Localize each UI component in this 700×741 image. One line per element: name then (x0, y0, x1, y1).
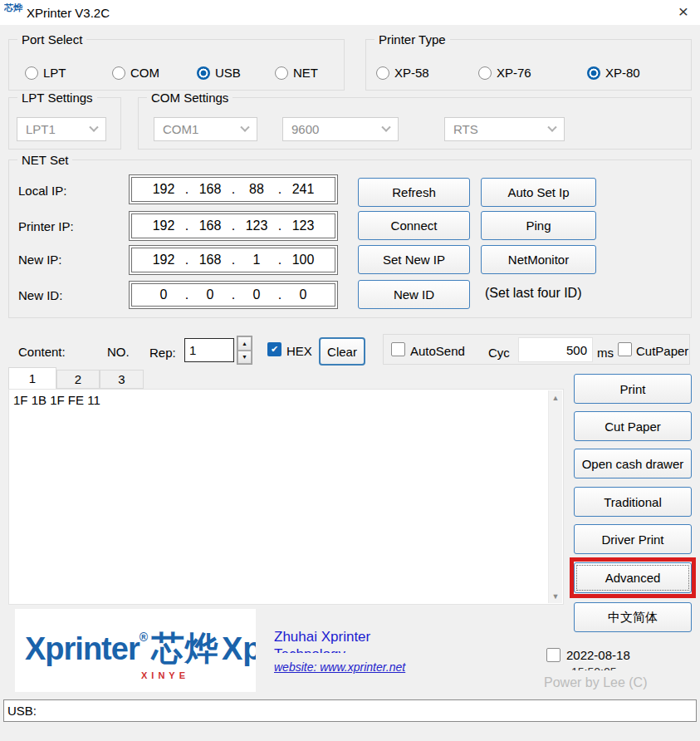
ping-button[interactable]: Ping (481, 211, 596, 240)
chevron-down-icon (381, 122, 390, 131)
spinner-up-icon[interactable]: ▲ (237, 336, 252, 351)
cutpaper-checkbox[interactable] (618, 342, 632, 356)
radio-unselected-icon (112, 66, 125, 80)
local-ip-field[interactable]: 192.168.88.241 (129, 174, 338, 204)
ip-octet[interactable]: 192 (145, 253, 182, 267)
baud-rate-select[interactable]: 9600 (282, 117, 399, 141)
spinner-down-icon[interactable]: ▼ (237, 351, 252, 365)
vertical-scrollbar[interactable]: ▲ ▼ (548, 390, 562, 603)
ip-dot: . (228, 182, 238, 197)
ip-octet[interactable]: 168 (192, 253, 228, 267)
date-checkbox[interactable] (546, 648, 560, 662)
port-select-group: Port Select (8, 39, 345, 91)
flow-control-value: RTS (453, 122, 478, 136)
radio-lpt[interactable]: LPT (25, 66, 66, 80)
open-cash-drawer-button[interactable]: Open cash drawer (574, 449, 692, 478)
ip-octets: 192.168.1.100 (131, 248, 335, 272)
advanced-button[interactable]: Advanced (574, 562, 692, 593)
scroll-down-icon[interactable]: ▼ (549, 589, 562, 603)
hex-checkbox[interactable]: ✔ (267, 342, 281, 356)
new-ip-field[interactable]: 192.168.1.100 (129, 245, 338, 275)
lpt-port-select[interactable]: LPT1 (17, 117, 106, 141)
printer-type-legend: Printer Type (374, 32, 450, 47)
chevron-down-icon (89, 122, 98, 131)
ip-octet[interactable]: 168 (192, 182, 228, 197)
website-link[interactable]: website: www.xprinter.net (274, 660, 405, 674)
printer-ip-field[interactable]: 192.168.123.123 (129, 211, 338, 241)
radio-unselected-icon (376, 66, 389, 80)
radio-xp76[interactable]: XP-76 (478, 66, 531, 80)
radio-com[interactable]: COM (112, 66, 159, 80)
content-editor[interactable]: 1F 1B 1F FE 11 ▲ ▼ (8, 389, 564, 605)
company-line2-clipped: Technology... (274, 645, 423, 653)
printer-type-group: Printer Type (365, 39, 692, 91)
title-bar[interactable]: 芯烨 XPrinter V3.2C × (0, 0, 700, 25)
content-label: Content: (18, 345, 66, 359)
logo-clipped-text: Xpr (222, 631, 256, 666)
radio-label: XP-58 (394, 66, 429, 80)
ip-octets: 192.168.123.123 (131, 213, 335, 238)
local-ip-label: Local IP: (18, 184, 66, 198)
refresh-button[interactable]: Refresh (358, 178, 470, 207)
ip-octet[interactable]: 0 (192, 287, 228, 302)
radio-label: XP-76 (497, 66, 531, 80)
rep-spinner: ▲ ▼ (237, 336, 252, 365)
ms-label: ms (597, 346, 614, 360)
traditional-button[interactable]: Traditional (574, 487, 692, 517)
ip-octet[interactable]: 123 (285, 218, 321, 233)
radio-xp80[interactable]: XP-80 (587, 66, 640, 80)
lpt-port-value: LPT1 (26, 122, 56, 136)
check-icon: ✔ (271, 344, 278, 355)
com-port-select[interactable]: COM1 (154, 117, 257, 141)
ip-octet[interactable]: 88 (238, 182, 275, 197)
chevron-down-icon (547, 122, 556, 131)
radio-xp58[interactable]: XP-58 (376, 66, 429, 80)
tab-1[interactable]: 1 (8, 367, 56, 389)
set-new-ip-button[interactable]: Set New IP (358, 245, 470, 274)
clear-button[interactable]: Clear (319, 337, 365, 366)
autosend-checkbox[interactable] (391, 342, 405, 356)
new-ip-label: New IP: (18, 253, 62, 267)
ip-octet[interactable]: 123 (238, 218, 275, 233)
flow-control-select[interactable]: RTS (444, 117, 565, 141)
radio-net[interactable]: NET (275, 66, 318, 80)
ip-octet[interactable]: 0 (145, 287, 182, 302)
ip-octet[interactable]: 168 (192, 218, 228, 233)
date-label: 2022-08-18 (566, 648, 630, 662)
rep-input[interactable] (184, 338, 234, 362)
scroll-up-icon[interactable]: ▲ (549, 390, 562, 405)
driver-print-button[interactable]: Driver Print (574, 524, 692, 554)
close-icon[interactable]: × (678, 2, 688, 22)
ip-octet[interactable]: 241 (285, 182, 321, 197)
ip-octet[interactable]: 100 (285, 253, 321, 267)
logo-text: Xprinter® 芯烨 Xpr (25, 626, 256, 671)
chevron-down-icon (240, 122, 249, 131)
new-id-field[interactable]: 0.0.0.0 (129, 281, 338, 309)
ip-octet[interactable]: 192 (145, 182, 182, 197)
ip-octet[interactable]: 0 (285, 287, 321, 302)
credit-label: Power by Lee (C) (544, 675, 648, 690)
connect-button[interactable]: Connect (358, 211, 470, 240)
time-label-clipped: 15:50:05 (571, 665, 663, 670)
ip-dot: . (228, 253, 238, 267)
new-id-button[interactable]: New ID (358, 280, 470, 309)
tab-2[interactable]: 2 (56, 370, 100, 389)
status-text: USB: (7, 704, 37, 718)
ip-octet[interactable]: 0 (238, 287, 275, 302)
netmonitor-button[interactable]: NetMonitor (481, 245, 596, 274)
radio-usb[interactable]: USB (197, 66, 241, 80)
cut-paper-button[interactable]: Cut Paper (574, 411, 692, 441)
company-line1: Zhuhai Xprinter (274, 628, 423, 645)
radio-label: USB (215, 66, 241, 80)
auto-set-ip-button[interactable]: Auto Set Ip (481, 178, 596, 207)
ip-octet[interactable]: 1 (238, 253, 275, 267)
tab-3[interactable]: 3 (100, 370, 144, 389)
com-settings-legend: COM Settings (147, 91, 233, 105)
logo-main-text: Xprinter (25, 631, 140, 666)
hex-label: HEX (286, 344, 312, 358)
ip-octet[interactable]: 192 (145, 218, 182, 233)
radio-label: COM (130, 66, 159, 80)
cyc-input[interactable] (518, 337, 593, 362)
print-button[interactable]: Print (574, 374, 692, 404)
chinese-language-button[interactable]: 中文简体 (574, 602, 692, 632)
